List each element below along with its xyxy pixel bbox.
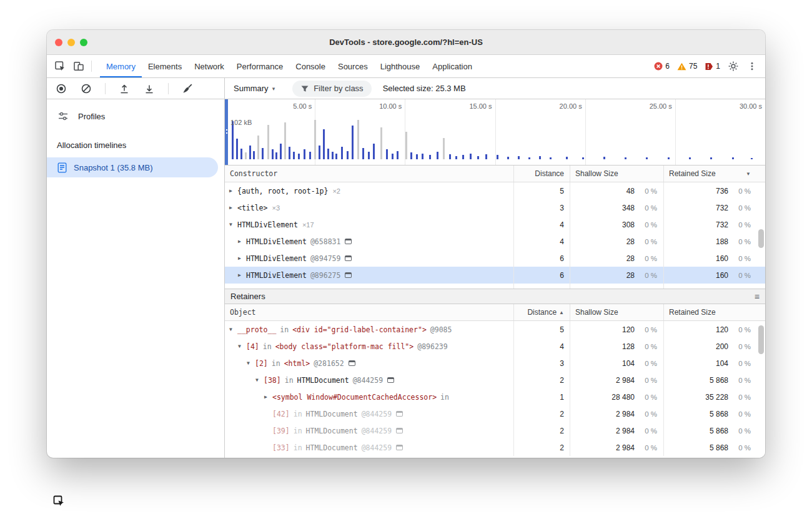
error-badge[interactable]: 6 <box>650 62 673 71</box>
menu-icon[interactable]: ≡ <box>755 292 760 301</box>
issues-badge[interactable]: 1 <box>701 62 724 71</box>
snapshot-item[interactable]: Snapshot 1 (35.8 MB) <box>47 157 218 177</box>
retainer-object: HTMLDocument <box>297 376 349 385</box>
tab-application[interactable]: Application <box>426 55 478 77</box>
distance-cell: 4 <box>513 338 570 355</box>
close-window-button[interactable] <box>55 39 62 46</box>
window-icon <box>345 255 352 261</box>
retainer-row[interactable]: [42]inHTMLDocument@84425922 9840 %5 8680… <box>225 405 765 422</box>
size-value: 104 <box>664 359 728 368</box>
constructor-row[interactable]: ▼HTMLDivElement×1743080 %7320 % <box>225 216 765 233</box>
perspective-select[interactable]: Summary ▾ <box>234 84 275 93</box>
tree-cell: ▶HTMLDivElement@658831 <box>225 233 513 250</box>
column-label: Constructor <box>230 169 277 178</box>
column-header-shallow-size[interactable]: Shallow Size <box>570 304 663 320</box>
expander-icon[interactable]: ▶ <box>229 205 237 210</box>
column-header-retained-size[interactable]: Retained Size▼ <box>663 166 757 182</box>
distance-value: 4 <box>560 342 564 351</box>
tab-performance[interactable]: Performance <box>230 55 289 77</box>
percent-value: 0 % <box>728 187 757 195</box>
constructor-row[interactable]: ▶HTMLDivElement@8947596280 %1600 % <box>225 250 765 267</box>
profiles-header[interactable]: Profiles <box>47 102 224 131</box>
retainer-object: HTMLDocument <box>306 443 358 452</box>
retainer-row[interactable]: [39]inHTMLDocument@84425922 9840 %5 8680… <box>225 422 765 439</box>
percent-value: 0 % <box>635 272 663 279</box>
filter-by-class-input[interactable]: Filter by class <box>292 81 371 97</box>
record-allocation-button[interactable] <box>52 83 71 94</box>
retainer-object: <html> <box>284 359 310 368</box>
percent-value: 0 % <box>635 326 663 334</box>
constructor-row[interactable]: ▶HTMLDivElement@6588314280 %1880 % <box>225 233 765 250</box>
expander-icon[interactable]: ▼ <box>247 360 255 366</box>
constructor-row[interactable]: ▶{auth, root, root-1p}×25480 %7360 % <box>225 182 765 199</box>
distance-value: 2 <box>560 427 564 435</box>
percent-value: 0 % <box>635 427 663 435</box>
retained-size-cell: 7320 % <box>663 199 757 216</box>
distance-value: 5 <box>560 187 564 195</box>
retained-size-cell: 1600 % <box>663 250 757 267</box>
retainer-row[interactable]: [33]inHTMLDocument@84425922 9840 %5 8680… <box>225 439 765 456</box>
expander-icon[interactable]: ▼ <box>238 344 246 349</box>
constructor-row[interactable]: ▶HTMLDivElement <box>225 284 765 289</box>
expander-icon[interactable]: ▶ <box>238 272 246 278</box>
minimize-window-button[interactable] <box>67 39 75 46</box>
column-header-object[interactable]: Object <box>225 304 513 320</box>
keyword-in: in <box>294 410 302 418</box>
allocation-bar <box>455 156 457 159</box>
window-icon <box>387 377 394 383</box>
allocation-bar <box>373 144 375 159</box>
inspect-element-button[interactable] <box>51 55 69 77</box>
allocation-bar <box>397 151 399 159</box>
tab-sources[interactable]: Sources <box>332 55 374 77</box>
retainer-row[interactable]: ▼__proto__in<div id="grid-label-containe… <box>225 321 765 338</box>
constructor-row[interactable]: ▶HTMLDivElement@8962756280 %1600 % <box>225 267 765 284</box>
clear-all-button[interactable] <box>178 83 197 94</box>
expander-icon[interactable]: ▼ <box>255 377 264 383</box>
timeline-selection-handle[interactable] <box>225 99 228 165</box>
retainer-row[interactable]: ▶<symbol Window#DocumentCachedAccessor>i… <box>225 388 765 405</box>
expander-icon[interactable]: ▼ <box>229 327 237 332</box>
instance-count: ×3 <box>272 204 280 212</box>
tab-lighthouse[interactable]: Lighthouse <box>374 55 427 77</box>
expander-icon[interactable]: ▶ <box>238 239 246 244</box>
fullscreen-window-button[interactable] <box>80 39 87 46</box>
tab-memory[interactable]: Memory <box>100 55 142 77</box>
more-options-button[interactable] <box>743 61 761 72</box>
title-bar[interactable]: DevTools - store.google.com/?hl=en-US <box>47 30 765 55</box>
scrollbar-gutter <box>757 355 765 372</box>
retainer-row[interactable]: ▼[4]in<body class="platform-mac fill">@8… <box>225 338 765 355</box>
settings-button[interactable] <box>724 61 743 72</box>
expander-icon[interactable]: ▶ <box>229 188 237 194</box>
column-header-shallow-size[interactable]: Shallow Size <box>570 166 663 182</box>
warning-badge[interactable]: 75 <box>673 62 701 71</box>
constructor-row[interactable]: ▶<title>×333480 %7320 % <box>225 199 765 216</box>
expander-icon[interactable]: ▶ <box>264 394 272 400</box>
column-header-distance[interactable]: Distance▲ <box>513 304 570 320</box>
allocation-bar <box>232 121 234 159</box>
tab-console[interactable]: Console <box>289 55 332 77</box>
column-header-distance[interactable]: Distance <box>513 166 570 182</box>
column-header-constructor[interactable]: Constructor <box>225 166 513 182</box>
save-profile-button[interactable] <box>140 83 159 94</box>
retainer-row[interactable]: ▼[38]inHTMLDocument@84425922 9840 %5 868… <box>225 372 765 388</box>
scrollbar-thumb[interactable] <box>758 229 764 248</box>
allocation-bar <box>462 155 464 159</box>
object-name: HTMLDivElement <box>246 254 307 263</box>
expander-icon[interactable]: ▼ <box>229 222 237 227</box>
tab-elements[interactable]: Elements <box>142 55 188 77</box>
tab-network[interactable]: Network <box>188 55 230 77</box>
expander-icon[interactable]: ▶ <box>238 255 246 261</box>
timeline-chart[interactable]: 102 kB 5.00 s10.00 s15.00 s20.00 s25.00 … <box>225 99 765 166</box>
size-value: 2 984 <box>570 410 635 418</box>
scrollbar-thumb[interactable] <box>758 325 764 354</box>
retainers-header-bar[interactable]: Retainers ≡ <box>225 289 765 304</box>
column-header-retained-size[interactable]: Retained Size <box>663 304 757 320</box>
device-toolbar-button[interactable] <box>69 55 88 77</box>
shallow-size-cell: 28 4800 % <box>570 388 663 405</box>
clear-profiles-button[interactable] <box>77 83 96 94</box>
retainer-row[interactable]: ▼[2]in<html>@28165231040 %1040 % <box>225 355 765 372</box>
allocation-bar <box>304 149 305 159</box>
allocation-bar <box>550 157 552 159</box>
device-toolbar-icon <box>73 61 84 72</box>
load-profile-button[interactable] <box>115 83 134 94</box>
